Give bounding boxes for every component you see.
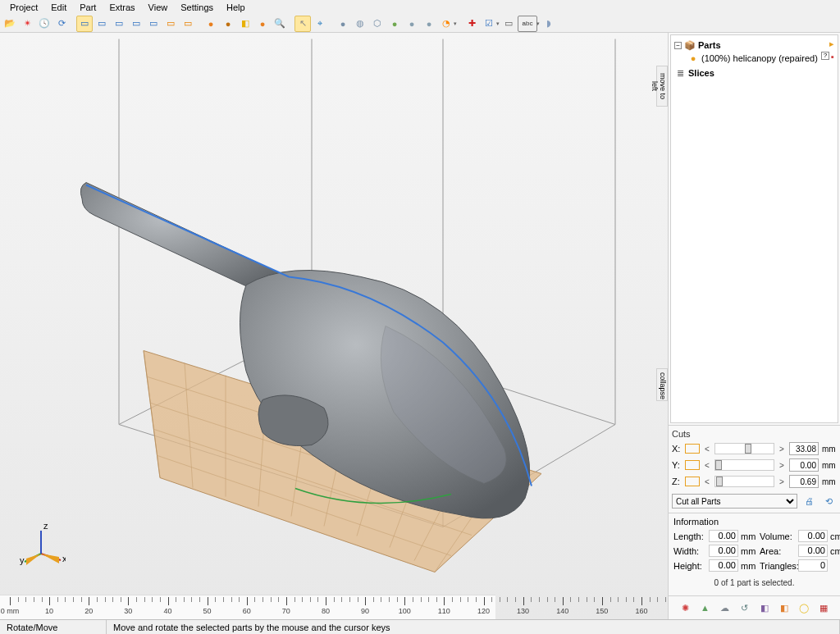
cut-plane-icon[interactable] xyxy=(685,444,700,454)
cut-row-z: Z:<>mm xyxy=(672,475,837,488)
visibility-icon[interactable]: ? xyxy=(821,52,829,60)
menu-project[interactable]: Project xyxy=(3,1,44,14)
shape1-icon[interactable]: ⬡ xyxy=(369,16,386,32)
information-panel: Information Length:0.00mmVolume:0.00cm³W… xyxy=(669,513,840,595)
collapse-icon[interactable]: − xyxy=(674,42,682,49)
info-value: 0.00 xyxy=(709,559,738,572)
cut-plane-icon[interactable] xyxy=(685,477,700,486)
pie-icon[interactable]: ◔ xyxy=(438,16,454,32)
cut-slider[interactable] xyxy=(714,459,774,471)
cut-increase-button[interactable]: > xyxy=(778,461,786,470)
tag-icon[interactable]: ▭ xyxy=(500,16,517,32)
grid-red-icon[interactable]: ▦ xyxy=(815,600,832,616)
ruler: 0 mm102030405060708090100110120130140150… xyxy=(0,595,495,619)
tree-slices-root[interactable]: ≣ Slices xyxy=(674,66,834,80)
tree-parts-root[interactable]: − 📦 Parts ▸ xyxy=(674,39,834,52)
axis-gizmo[interactable]: x y z xyxy=(16,521,66,570)
ruler-tick-label: 120 xyxy=(477,607,490,615)
moon-icon[interactable]: ◗ xyxy=(541,16,557,32)
view5-icon[interactable]: ▭ xyxy=(145,16,162,32)
axis-x-label: x xyxy=(62,554,66,563)
plus-icon[interactable]: ✚ xyxy=(463,16,480,32)
ruler-tick-label: 40 xyxy=(163,607,171,615)
collapse-tab[interactable]: collapse xyxy=(656,368,668,401)
sphere1-icon[interactable]: ● xyxy=(203,16,219,32)
menu-view[interactable]: View xyxy=(142,1,175,14)
open-icon[interactable]: 📂 xyxy=(2,16,18,32)
cube-purple-icon[interactable]: ◧ xyxy=(756,600,773,616)
menu-help[interactable]: Help xyxy=(220,1,252,14)
cube1-icon[interactable]: ◧ xyxy=(237,16,253,32)
svg-marker-18 xyxy=(41,554,59,563)
view3-icon[interactable]: ▭ xyxy=(111,16,127,32)
menu-settings[interactable]: Settings xyxy=(174,1,220,14)
circle-yellow-icon[interactable]: ◯ xyxy=(796,600,812,616)
globe-lines-icon[interactable]: ◍ xyxy=(352,16,368,32)
cut-decrease-button[interactable]: < xyxy=(703,461,711,470)
cloud-icon[interactable]: ☁ xyxy=(717,600,733,616)
cut-value-input[interactable] xyxy=(789,475,819,488)
folder-action-icon[interactable]: ▸ xyxy=(829,39,834,49)
cursor-icon[interactable]: ↖ xyxy=(294,16,311,32)
dropdown-arrow-icon[interactable]: ▾ xyxy=(496,21,500,27)
clock-icon[interactable]: 🕓 xyxy=(36,16,52,32)
cut-reset-icon[interactable]: ⟲ xyxy=(820,493,837,509)
parts-folder-icon: 📦 xyxy=(684,39,696,51)
cube-orange-icon[interactable]: ◧ xyxy=(776,600,792,616)
parts-tree[interactable]: − 📦 Parts ▸ ● (100%) helicanopy (repaire… xyxy=(670,34,838,423)
menu-extras[interactable]: Extras xyxy=(103,1,141,14)
ruler-tick-label: 70 xyxy=(282,607,290,615)
axes-icon[interactable]: ⌖ xyxy=(312,16,328,32)
info-label: mm xyxy=(741,546,757,556)
ruler-tick-label: 80 xyxy=(322,607,330,615)
move-to-left-tab[interactable]: move to left xyxy=(656,66,668,107)
cut-increase-button[interactable]: > xyxy=(778,477,786,486)
search-icon[interactable]: 🔍 xyxy=(272,16,288,32)
refresh-icon[interactable]: ⟳ xyxy=(53,16,70,32)
globe1-icon[interactable]: ● xyxy=(335,16,351,32)
sphere3-icon[interactable]: ● xyxy=(254,16,271,32)
globe3-icon[interactable]: ● xyxy=(404,16,420,32)
view6-icon[interactable]: ▭ xyxy=(162,16,179,32)
cut-slider[interactable] xyxy=(714,443,774,454)
cut-increase-button[interactable]: > xyxy=(778,445,786,454)
globe2-icon[interactable]: ● xyxy=(386,16,403,32)
menu-edit[interactable]: Edit xyxy=(44,1,73,14)
view4-icon[interactable]: ▭ xyxy=(128,16,144,32)
tree-item-helicanopy[interactable]: ● (100%) helicanopy (repaired) ? ▪ xyxy=(674,52,834,65)
sphere2-icon[interactable]: ● xyxy=(220,16,236,32)
parts-label: Parts xyxy=(698,40,721,50)
slices-label: Slices xyxy=(688,68,714,78)
abc-icon[interactable]: abc xyxy=(518,16,537,32)
view7-icon[interactable]: ▭ xyxy=(180,16,196,32)
cut-value-input[interactable] xyxy=(789,442,819,455)
view2-icon[interactable]: ▭ xyxy=(94,16,110,32)
swap-icon[interactable]: ↺ xyxy=(737,600,753,616)
cut-plane-icon[interactable] xyxy=(685,460,700,470)
info-value: 0.00 xyxy=(709,545,738,557)
status-bar: Rotate/Move Move and rotate the selected… xyxy=(0,619,840,634)
cut-print-icon[interactable]: 🖨 xyxy=(801,493,817,509)
cut-value-input[interactable] xyxy=(789,458,819,472)
mesh-icon[interactable]: ▲ xyxy=(697,600,714,616)
viewport-3d[interactable]: x y z 0 mm102030405060708090100110120130… xyxy=(0,33,668,619)
ruler-tick-label: 50 xyxy=(203,607,212,615)
cut-mode-select[interactable]: Cut all Parts xyxy=(672,494,797,509)
check-icon[interactable]: ☑ xyxy=(481,16,497,32)
cut-decrease-button[interactable]: < xyxy=(703,445,711,454)
dropdown-arrow-icon[interactable]: ▾ xyxy=(536,21,540,27)
view1-icon[interactable]: ▭ xyxy=(76,16,93,32)
ruler-tick-label: 110 xyxy=(438,607,450,615)
delete-icon[interactable]: ▪ xyxy=(831,52,834,62)
cut-slider[interactable] xyxy=(714,476,774,487)
ruler-tick-label: 150 xyxy=(596,607,608,615)
cut-decrease-button[interactable]: < xyxy=(703,477,711,486)
wizard-icon[interactable]: ✴ xyxy=(19,16,35,32)
dropdown-arrow-icon[interactable]: ▾ xyxy=(454,21,457,27)
menu-part[interactable]: Part xyxy=(73,1,103,14)
gear-icon[interactable]: ✺ xyxy=(678,600,694,616)
globe4-icon[interactable]: ● xyxy=(421,16,437,32)
scene-canvas[interactable] xyxy=(0,33,668,619)
info-value: 0 xyxy=(798,559,828,572)
info-label: Triangles: xyxy=(760,561,796,571)
